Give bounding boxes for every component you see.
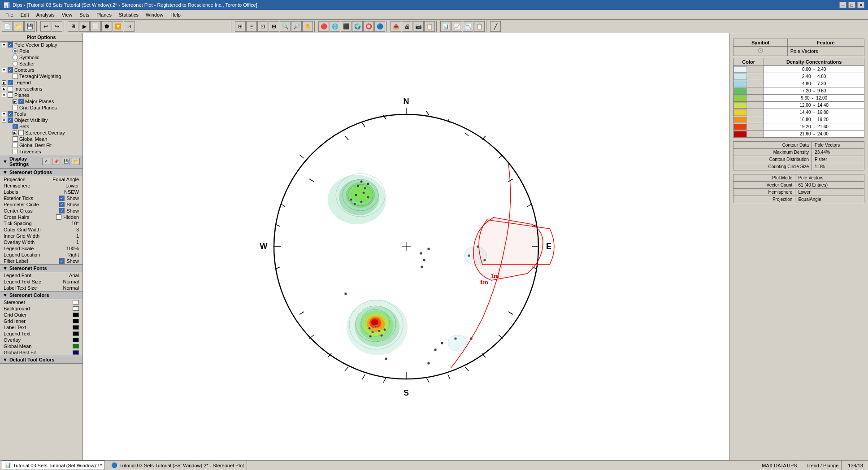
checkbox-intersections[interactable]	[8, 86, 13, 91]
tree-contours[interactable]: ▼ Contours	[0, 67, 82, 73]
status-tab1[interactable]: 📊 Tutorial 03 Sets Tutorial (Set Window)…	[2, 461, 105, 470]
expand-object-visibility[interactable]: ▼	[2, 118, 6, 122]
minimize-button[interactable]: ─	[839, 2, 846, 8]
grid-button[interactable]: ⊞	[235, 21, 246, 32]
pin-button[interactable]: 📌	[52, 158, 60, 165]
export-button[interactable]: 📤	[391, 21, 401, 32]
expand-contours[interactable]: ▼	[2, 68, 6, 72]
tree-global-best-fit[interactable]: Global Best Fit	[0, 142, 82, 148]
color2-button[interactable]: 🌐	[330, 21, 340, 32]
maximize-button[interactable]: □	[848, 2, 855, 8]
save-button[interactable]: 💾	[24, 21, 35, 32]
menu-file[interactable]: File	[2, 11, 17, 18]
checkbox-terzaghi[interactable]	[13, 74, 18, 79]
checkbox-tools[interactable]	[8, 111, 13, 117]
fit-button[interactable]: ⊡	[257, 21, 268, 32]
expand-intersections[interactable]: ▶	[2, 87, 6, 91]
color4-button[interactable]: 🌍	[352, 21, 363, 32]
zoom-in-button[interactable]: 🔍	[280, 21, 291, 32]
tree-pole-vector-display[interactable]: ▼ Pole Vector Display	[0, 42, 82, 48]
checkbox-exterior-ticks[interactable]	[59, 196, 65, 201]
checkbox-sets[interactable]	[13, 124, 18, 129]
zoom-fit-button[interactable]: ⊞	[269, 21, 279, 32]
checkbox-traverses[interactable]	[13, 149, 18, 154]
tree-scatter[interactable]: Scatter	[0, 61, 82, 67]
status-tab2[interactable]: 🔵 Tutorial 03 Sets Tutorial (Set Window)…	[108, 461, 247, 470]
expand-stereonet-overlay[interactable]: ▶	[13, 131, 17, 135]
tree-global-mean[interactable]: Global Mean	[0, 136, 82, 142]
checkbox-global-mean[interactable]	[13, 136, 18, 142]
checkbox-global-best-fit[interactable]	[13, 143, 18, 148]
swatch-background[interactable]	[73, 306, 79, 311]
load-display-button[interactable]: 📂	[72, 158, 80, 165]
checkbox-pole-vector[interactable]	[8, 42, 13, 48]
close-button[interactable]: ✕	[857, 2, 864, 8]
swatch-global-mean[interactable]	[73, 344, 79, 348]
tree-symbolic[interactable]: Symbolic	[0, 54, 82, 61]
menu-view[interactable]: View	[58, 11, 76, 18]
radio-symbolic[interactable]	[13, 55, 18, 60]
menu-planes[interactable]: Planes	[93, 11, 115, 18]
expand-tools[interactable]: ▼	[2, 112, 6, 116]
color6-button[interactable]: 🔵	[374, 21, 385, 32]
tree-traverses[interactable]: Traverses	[0, 148, 82, 155]
redo-button[interactable]: ↪	[52, 21, 62, 32]
save-display-button[interactable]: 💾	[62, 158, 70, 165]
menu-edit[interactable]: Edit	[17, 11, 33, 18]
swatch-grid-outer[interactable]	[73, 313, 79, 317]
select-button[interactable]: ⬜	[90, 21, 101, 32]
apply-button[interactable]: ✓	[42, 158, 50, 165]
tree-tools[interactable]: ▼ Tools	[0, 111, 82, 117]
checkbox-grid-data-planes[interactable]	[13, 105, 18, 110]
chart1-button[interactable]: 📊	[440, 21, 451, 32]
pan-button[interactable]: ✋	[302, 21, 313, 32]
chart4-button[interactable]: 📋	[474, 21, 485, 32]
checkbox-center-cross[interactable]	[59, 208, 65, 213]
tree-intersections[interactable]: ▶ Intersections	[0, 86, 82, 92]
swatch-global-best-fit[interactable]	[73, 350, 79, 355]
radio-scatter[interactable]	[13, 61, 18, 66]
camera-button[interactable]: 📷	[413, 21, 424, 32]
tree-stereonet-overlay[interactable]: ▶ Stereonet Overlay	[0, 130, 82, 136]
print-button[interactable]: 🖨	[402, 21, 412, 32]
tree-terzaghi[interactable]: Terzaghi Weighting	[0, 73, 82, 79]
menu-analysis[interactable]: Analysis	[33, 11, 58, 18]
swatch-stereonet[interactable]	[73, 300, 79, 305]
tree-major-planes[interactable]: ▶ Major Planes	[0, 98, 82, 104]
checkbox-object-visibility[interactable]	[8, 118, 13, 123]
open-button[interactable]: 📁	[13, 21, 24, 32]
checkbox-filter-label[interactable]	[59, 258, 65, 264]
checkbox-stereonet-overlay[interactable]	[18, 130, 24, 135]
undo-button[interactable]: ↩	[40, 21, 51, 32]
tree-object-visibility[interactable]: ▼ Object Visibility	[0, 117, 82, 123]
expand-legend[interactable]: ▶	[2, 80, 6, 85]
poly-button[interactable]: ⬟	[101, 21, 112, 32]
checkbox-cross-hairs[interactable]	[56, 214, 61, 220]
menu-sets[interactable]: Sets	[76, 11, 93, 18]
expand-icon[interactable]: ▼	[2, 43, 6, 47]
swatch-overlay[interactable]	[73, 338, 79, 342]
tree-pole[interactable]: Pole	[0, 48, 82, 54]
swatch-grid-inner[interactable]	[73, 319, 79, 323]
checkbox-major-planes[interactable]	[18, 99, 24, 104]
funnel-button[interactable]: ⊿	[124, 21, 135, 32]
chart2-button[interactable]: 📈	[451, 21, 462, 32]
stereonet-options-header[interactable]: ▼ Stereonet Options	[0, 168, 82, 176]
line-button[interactable]: ╱	[490, 21, 501, 32]
tree-planes[interactable]: ▼ Planes	[0, 92, 82, 98]
zoom-out-button[interactable]: 🔎	[291, 21, 302, 32]
expand-planes[interactable]: ▼	[2, 93, 6, 97]
cursor-button[interactable]: ▶	[79, 21, 90, 32]
menu-help[interactable]: Help	[167, 11, 184, 18]
color1-button[interactable]: 🔴	[318, 21, 329, 32]
tree-sets[interactable]: Sets	[0, 123, 82, 130]
clip-button[interactable]: 📋	[424, 21, 435, 32]
tree-grid-data-planes[interactable]: Grid Data Planes	[0, 104, 82, 111]
chart3-button[interactable]: 📉	[463, 21, 473, 32]
tiles-button[interactable]: ⊟	[246, 21, 257, 32]
default-tool-colors-header[interactable]: ▼ Default Tool Colors	[0, 356, 82, 364]
checkbox-legend[interactable]	[8, 80, 13, 85]
stereonet-fonts-header[interactable]: ▼ Stereonet Fonts	[0, 264, 82, 272]
menu-window[interactable]: Window	[142, 11, 167, 18]
checkbox-planes[interactable]	[8, 92, 13, 98]
